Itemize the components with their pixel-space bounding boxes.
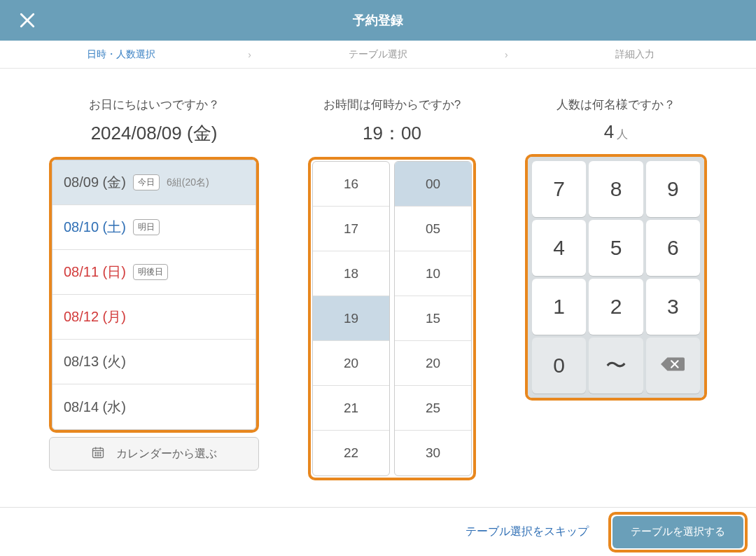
hour-cell[interactable]: 20 — [313, 341, 389, 386]
date-value: 2024/08/09 (金) — [91, 121, 218, 146]
step-bar: 日時・人数選択 › テーブル選択 › 詳細入力 — [0, 41, 756, 69]
count-value: 4人 — [604, 121, 628, 143]
date-prompt: お日にちはいつですか？ — [89, 97, 220, 113]
date-item-tag: 明後日 — [133, 264, 168, 280]
minute-cell[interactable]: 30 — [395, 431, 471, 475]
tilde-key[interactable]: 〜 — [589, 338, 643, 394]
hour-cell[interactable]: 16 — [313, 162, 389, 207]
digit-7-key[interactable]: 7 — [532, 161, 586, 217]
date-item[interactable]: 08/13 (火) — [52, 340, 255, 384]
date-item[interactable]: 08/10 (土)明日 — [52, 205, 255, 250]
hour-cell[interactable]: 21 — [313, 386, 389, 431]
date-item-tag: 今日 — [133, 174, 160, 190]
minute-cell[interactable]: 10 — [395, 251, 471, 296]
step-table[interactable]: テーブル選択 — [257, 48, 499, 61]
modal-title: 予約登録 — [353, 12, 403, 29]
minute-cell[interactable]: 25 — [395, 386, 471, 431]
svg-point-10 — [97, 455, 98, 456]
backspace-icon — [661, 354, 685, 377]
modal-header: 予約登録 — [0, 0, 756, 41]
keypad-highlight: 7894561230〜 — [525, 154, 707, 401]
svg-point-7 — [97, 452, 98, 453]
digit-6-key[interactable]: 6 — [646, 220, 700, 276]
date-item[interactable]: 08/14 (水) — [52, 384, 255, 429]
date-item-label: 08/09 (金) — [64, 173, 126, 192]
digit-1-key[interactable]: 1 — [532, 279, 586, 335]
backspace-key[interactable] — [646, 338, 700, 394]
step-detail[interactable]: 詳細入力 — [514, 48, 756, 61]
minute-cell[interactable]: 20 — [395, 341, 471, 386]
svg-point-6 — [95, 452, 96, 453]
primary-button-highlight: テーブルを選択する — [608, 512, 748, 552]
minute-cell[interactable]: 15 — [395, 296, 471, 341]
svg-point-9 — [95, 455, 96, 456]
digit-2-key[interactable]: 2 — [589, 279, 643, 335]
date-item-label: 08/14 (水) — [64, 398, 126, 417]
hour-cell[interactable]: 19 — [313, 296, 389, 341]
time-value: 19：00 — [363, 121, 421, 146]
hours-column: 16171819202122 — [312, 161, 390, 476]
date-item[interactable]: 08/09 (金)今日6組(20名) — [52, 160, 255, 205]
digit-3-key[interactable]: 3 — [646, 279, 700, 335]
svg-point-11 — [100, 455, 101, 456]
hour-cell[interactable]: 22 — [313, 431, 389, 475]
svg-point-8 — [100, 452, 101, 453]
date-list: 08/09 (金)今日6組(20名)08/10 (土)明日08/11 (日)明後… — [52, 160, 256, 430]
open-calendar-button[interactable]: カレンダーから選ぶ — [49, 437, 259, 471]
close-icon[interactable] — [17, 10, 38, 31]
select-table-button[interactable]: テーブルを選択する — [612, 516, 743, 548]
date-item-label: 08/13 (火) — [64, 352, 126, 371]
calendar-button-label: カレンダーから選ぶ — [116, 447, 217, 461]
date-item[interactable]: 08/11 (日)明後日 — [52, 250, 255, 295]
time-column: お時間は何時からですか? 19：00 16171819202122 000510… — [308, 97, 476, 480]
skip-table-link[interactable]: テーブル選択をスキップ — [465, 524, 589, 539]
date-column: お日にちはいつですか？ 2024/08/09 (金) 08/09 (金)今日6組… — [49, 97, 259, 480]
date-item[interactable]: 08/12 (月) — [52, 295, 255, 340]
digit-4-key[interactable]: 4 — [532, 220, 586, 276]
time-prompt: お時間は何時からですか? — [323, 97, 461, 113]
hour-cell[interactable]: 17 — [313, 207, 389, 251]
date-picker-highlight: 08/09 (金)今日6組(20名)08/10 (土)明日08/11 (日)明後… — [49, 157, 259, 433]
footer-bar: テーブル選択をスキップ テーブルを選択する — [0, 507, 756, 556]
date-item-sub: 6組(20名) — [167, 176, 209, 189]
chevron-right-icon: › — [242, 49, 257, 60]
minutes-column: 00051015202530 — [394, 161, 472, 476]
keypad: 7894561230〜 — [528, 157, 704, 398]
hour-cell[interactable]: 18 — [313, 251, 389, 296]
date-item-tag: 明日 — [133, 219, 160, 235]
count-prompt: 人数は何名様ですか？ — [556, 97, 676, 113]
minute-cell[interactable]: 00 — [395, 162, 471, 207]
digit-0-key[interactable]: 0 — [532, 338, 586, 394]
time-picker-highlight: 16171819202122 00051015202530 — [308, 157, 476, 480]
calendar-icon — [91, 445, 105, 462]
minute-cell[interactable]: 05 — [395, 207, 471, 251]
digit-8-key[interactable]: 8 — [589, 161, 643, 217]
chevron-right-icon: › — [499, 49, 514, 60]
digit-9-key[interactable]: 9 — [646, 161, 700, 217]
date-item-label: 08/10 (土) — [64, 218, 126, 237]
date-item-label: 08/12 (月) — [64, 307, 126, 326]
step-datetime[interactable]: 日時・人数選択 — [0, 48, 242, 61]
digit-5-key[interactable]: 5 — [589, 220, 643, 276]
date-item-label: 08/11 (日) — [64, 263, 126, 282]
count-column: 人数は何名様ですか？ 4人 7894561230〜 — [525, 97, 707, 480]
